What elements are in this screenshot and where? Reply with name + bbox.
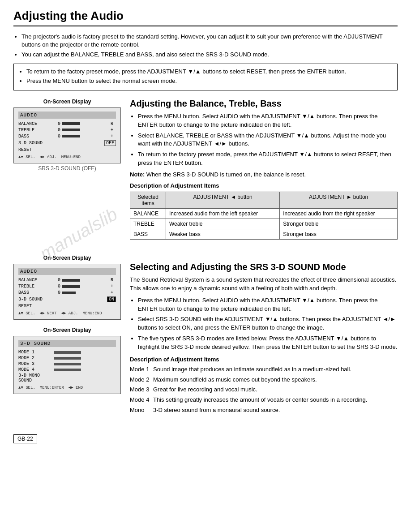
note-box: To return to the factory preset mode, pr…	[13, 64, 398, 90]
osd-balance-row: BALANCE 0 R	[18, 121, 116, 126]
srs-bullet-3: The five types of SRS 3-D modes are list…	[138, 335, 398, 352]
table-cell-left: Weaker bass	[166, 229, 280, 240]
srs-desc-heading: Description of Adjustment Items	[130, 356, 398, 363]
table-cell-right: Stronger treble	[280, 219, 398, 229]
table-cell-item: TREBLE	[130, 219, 166, 229]
osd-mode-mono: 3-D MONO SOUND	[18, 373, 116, 383]
table-cell-left: Weaker treble	[166, 219, 280, 229]
note-box-item-1: To return to the factory preset mode, pr…	[26, 68, 392, 76]
note-box-item-2: Press the MENU button to select the norm…	[26, 77, 392, 85]
osd-title-1: AUDIO	[18, 112, 116, 119]
adjustment-table: Selected items ADJUSTMENT ◄ button ADJUS…	[130, 192, 398, 240]
table-row: TREBLE Weaker treble Stronger treble	[130, 219, 398, 229]
osd-display-1: AUDIO BALANCE 0 R TREBLE 0 + BASS 0	[13, 107, 121, 163]
table-header-left: ADJUSTMENT ◄ button	[166, 192, 280, 209]
srs-osd-col: On-Screen Display AUDIO BALANCE 0 R TREB…	[13, 255, 121, 416]
osd-3d-sound-on-row: 3-D SOUND ON	[18, 296, 116, 302]
table-cell-item: BALANCE	[130, 209, 166, 219]
balance-desc-heading: Description of Adjustment Items	[130, 182, 398, 189]
table-header-right: ADJUSTMENT ► button	[280, 192, 398, 209]
balance-osd-col: On-Screen Display AUDIO BALANCE 0 R TREB…	[13, 99, 121, 246]
osd-srs-treble-row: TREBLE 0 +	[18, 284, 116, 289]
balance-bullet-3: To return to the factory preset mode, pr…	[138, 150, 398, 167]
intro-bullet-2: You can adjust the BALANCE, TREBLE and B…	[21, 51, 398, 59]
osd-label-1: On-Screen Display	[13, 99, 121, 105]
srs-intro-text: The Sound Retrieval System is a sound sy…	[130, 276, 398, 293]
page-number: GB-22	[13, 434, 37, 443]
note-label: Note:	[130, 171, 145, 178]
osd-footer-2: ▲▼ SEL. ◄► NEXT ◄► ADJ. MENU:END	[18, 311, 116, 316]
desc-item-mode1: Mode 1 Sound image that produces an inti…	[130, 365, 398, 374]
srs-desc-items: Mode 1 Sound image that produces an inti…	[130, 365, 398, 415]
srs-content: Selecting and Adjusting the SRS 3-D SOUN…	[130, 255, 398, 416]
osd-mode-3: MODE 3	[18, 361, 116, 366]
desc-item-mono: Mono 3-D stereo sound from a monaural so…	[130, 406, 398, 415]
table-cell-right: Increased audio from the right speaker	[280, 209, 398, 219]
balance-section: On-Screen Display AUDIO BALANCE 0 R TREB…	[13, 99, 398, 246]
osd-footer-1: ▲▼ SEL. ◄► ADJ. MENU:END	[18, 155, 116, 159]
desc-item-mode2: Mode 2 Maximum soundfield as music comes…	[130, 376, 398, 384]
balance-bullet-1: Press the MENU button. Select AUDIO with…	[138, 112, 398, 129]
table-header-item: Selected items	[130, 192, 166, 209]
balance-heading: Adjusting the Balance, Treble, Bass	[130, 99, 398, 109]
osd-bass-row: BASS 0 +	[18, 134, 116, 139]
desc-item-mode4: Mode 4 This setting greatly increases th…	[130, 396, 398, 404]
osd-display-3: 3-D SOUND MODE 1 MODE 2 MODE 3 MODE 4 3-…	[13, 336, 121, 394]
osd-mode-4: MODE 4	[18, 367, 116, 372]
osd-display-2: AUDIO BALANCE 0 R TREBLE 0 + BASS 0	[13, 264, 121, 320]
srs-bullet-2: Select SRS 3-D SOUND with the ADJUSTMENT…	[138, 315, 398, 332]
osd-reset-row: RESET	[18, 147, 116, 152]
srs-section: On-Screen Display AUDIO BALANCE 0 R TREB…	[13, 255, 398, 416]
balance-bullet-2: Select BALANCE, TREBLE or BASS with the …	[138, 132, 398, 149]
srs-heading: Selecting and Adjusting the SRS 3-D SOUN…	[130, 262, 398, 272]
balance-note: Note: When the SRS 3-D SOUND is turned o…	[130, 171, 398, 178]
desc-item-mode3: Mode 3 Great for live recording and voca…	[130, 386, 398, 394]
page-footer: GB-22	[13, 425, 398, 443]
note-text: When the SRS 3-D SOUND is turned on, the…	[146, 171, 306, 178]
osd-mode-1: MODE 1	[18, 350, 116, 355]
osd-label-3: On-Screen Display	[13, 327, 121, 333]
table-cell-item: BASS	[130, 229, 166, 240]
table-row: BASS Weaker bass Stronger bass	[130, 229, 398, 240]
osd-title-3: 3-D SOUND	[18, 340, 116, 347]
balance-bullets: Press the MENU button. Select AUDIO with…	[130, 112, 398, 167]
srs-bullet-1: Press the MENU button. Select AUDIO with…	[138, 296, 398, 313]
osd-caption-1: SRS 3-D SOUND (OFF)	[13, 165, 121, 172]
osd-mode-2: MODE 2	[18, 356, 116, 360]
osd-srs-balance-row: BALANCE 0 R	[18, 278, 116, 283]
table-cell-left: Increased audio from the left speaker	[166, 209, 280, 219]
osd-title-2: AUDIO	[18, 268, 116, 275]
osd-srs-reset-row: RESET	[18, 304, 116, 309]
table-cell-right: Stronger bass	[280, 229, 398, 240]
osd-srs-bass-row: BASS 0 +	[18, 290, 116, 295]
intro-bullets: The projector's audio is factory preset …	[13, 33, 398, 59]
osd-footer-3: ▲▼ SEL. MENU:ENTER ◄► END	[18, 386, 116, 390]
osd-treble-row: TREBLE 0 +	[18, 128, 116, 133]
balance-content: Adjusting the Balance, Treble, Bass Pres…	[130, 99, 398, 246]
osd-label-2: On-Screen Display	[13, 255, 121, 261]
osd-srs-row: 3-D SOUND OFF	[18, 140, 116, 146]
intro-bullet-1: The projector's audio is factory preset …	[21, 33, 398, 49]
srs-bullets: Press the MENU button. Select AUDIO with…	[130, 296, 398, 352]
table-row: BALANCE Increased audio from the left sp…	[130, 209, 398, 219]
page-title: Adjusting the Audio	[13, 9, 398, 26]
